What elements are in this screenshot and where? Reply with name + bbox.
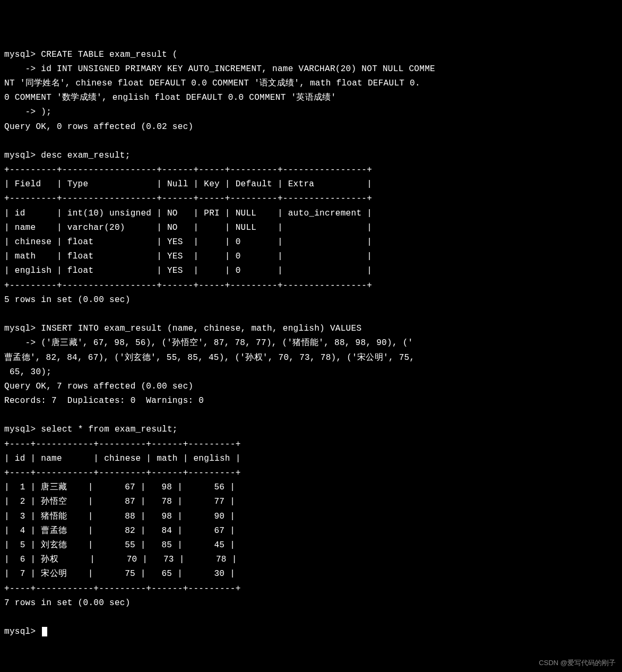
terminal-output: mysql> CREATE TABLE exam_result ( -> id … xyxy=(4,48,618,640)
query-response: Query OK, 7 rows affected (0.00 sec) xyxy=(4,382,193,391)
cursor-icon xyxy=(42,627,47,636)
prompt-line: mysql> INSERT INTO exam_result (name, ch… xyxy=(4,324,361,333)
mysql-prompt: mysql> xyxy=(4,324,36,333)
table-row: | 1 | 唐三藏 | 67 | 98 | 56 | xyxy=(4,483,235,492)
sql-desc: desc exam_result; xyxy=(41,151,130,160)
continuation-prompt: -> xyxy=(4,64,36,74)
table-row: | english | float | YES | | 0 | | xyxy=(4,266,372,275)
table-separator: +---------+------------------+------+---… xyxy=(4,194,372,203)
sql-text: 65, 30); xyxy=(4,367,51,377)
prompt-line[interactable]: mysql> xyxy=(4,627,47,636)
table-row: | name | varchar(20) | NO | | NULL | | xyxy=(4,223,372,232)
mysql-prompt: mysql> xyxy=(4,50,36,59)
query-response: Records: 7 Duplicates: 0 Warnings: 0 xyxy=(4,396,204,406)
prompt-line: mysql> CREATE TABLE exam_result ( xyxy=(4,50,178,59)
sql-text: 曹孟德', 82, 84, 67), ('刘玄德', 55, 85, 45), … xyxy=(4,353,414,363)
table-separator: +----+-----------+---------+------+-----… xyxy=(4,440,241,449)
table-separator: +----+-----------+---------+------+-----… xyxy=(4,468,241,478)
query-response: Query OK, 0 rows affected (0.02 sec) xyxy=(4,122,193,132)
mysql-prompt: mysql> xyxy=(4,627,36,636)
cont-line: -> id INT UNSIGNED PRIMARY KEY AUTO_INCR… xyxy=(4,64,435,74)
sql-insert: INSERT INTO exam_result (name, chinese, … xyxy=(41,324,361,333)
table-row: | 7 | 宋公明 | 75 | 65 | 30 | xyxy=(4,569,235,579)
cont-line: -> ); xyxy=(4,107,51,117)
table-row: | math | float | YES | | 0 | | xyxy=(4,252,372,261)
sql-text: 0 COMMENT '数学成绩', english float DEFAULT … xyxy=(4,93,336,102)
table-row: | chinese | float | YES | | 0 | | xyxy=(4,237,372,247)
cont-line: -> ('唐三藏', 67, 98, 56), ('孙悟空', 87, 78, … xyxy=(4,338,413,348)
table-row: | 4 | 曹孟德 | 82 | 84 | 67 | xyxy=(4,526,235,536)
table-row: | id | int(10) unsigned | NO | PRI | NUL… xyxy=(4,209,372,218)
prompt-line: mysql> select * from exam_result; xyxy=(4,425,178,434)
sql-text: id INT UNSIGNED PRIMARY KEY AUTO_INCREME… xyxy=(41,64,435,74)
table-row: | 3 | 猪悟能 | 88 | 98 | 90 | xyxy=(4,512,235,521)
rows-footer: 7 rows in set (0.00 sec) xyxy=(4,598,131,608)
continuation-prompt: -> xyxy=(4,338,36,348)
sql-create-table: CREATE TABLE exam_result ( xyxy=(41,50,177,59)
continuation-prompt: -> xyxy=(4,107,36,117)
table-separator: +---------+------------------+------+---… xyxy=(4,165,372,175)
mysql-prompt: mysql> xyxy=(4,425,36,434)
sql-text: ('唐三藏', 67, 98, 56), ('孙悟空', 87, 78, 77)… xyxy=(41,338,413,348)
watermark-text: CSDN @爱写代码的刚子 xyxy=(539,657,616,669)
mysql-prompt: mysql> xyxy=(4,151,36,160)
table-header: | id | name | chinese | math | english | xyxy=(4,454,241,463)
table-separator: +----+-----------+---------+------+-----… xyxy=(4,584,241,593)
prompt-line: mysql> desc exam_result; xyxy=(4,151,131,160)
sql-text: NT '同学姓名', chinese float DEFAULT 0.0 COM… xyxy=(4,79,420,88)
sql-text: ); xyxy=(41,107,51,117)
rows-footer: 5 rows in set (0.00 sec) xyxy=(4,295,131,305)
table-row: | 6 | 孙权 | 70 | 73 | 78 | xyxy=(4,555,237,564)
table-separator: +---------+------------------+------+---… xyxy=(4,281,372,290)
table-row: | 2 | 孙悟空 | 87 | 78 | 77 | xyxy=(4,497,235,506)
sql-select: select * from exam_result; xyxy=(41,425,177,434)
table-header: | Field | Type | Null | Key | Default | … xyxy=(4,179,372,189)
table-row: | 5 | 刘玄德 | 55 | 85 | 45 | xyxy=(4,540,235,550)
